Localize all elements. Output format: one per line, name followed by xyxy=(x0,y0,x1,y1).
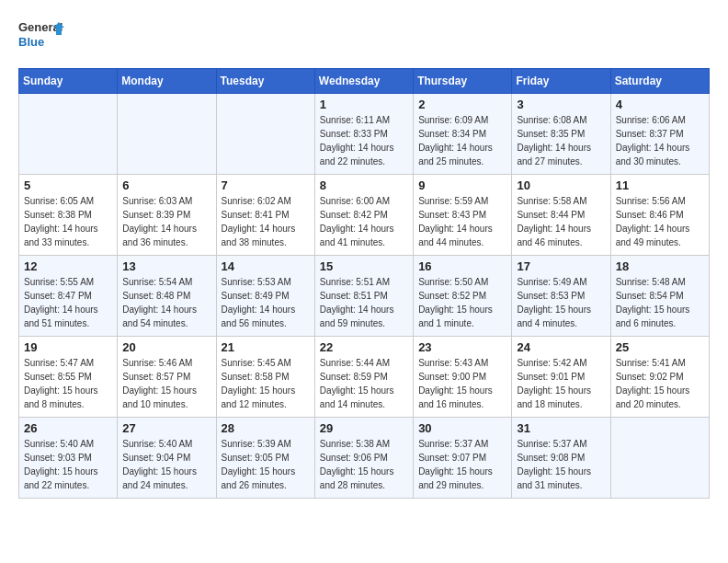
day-details: Sunrise: 5:49 AM Sunset: 8:53 PM Dayligh… xyxy=(517,275,605,330)
calendar-day-cell: 16Sunrise: 5:50 AM Sunset: 8:52 PM Dayli… xyxy=(414,256,512,337)
calendar-week-row: 1Sunrise: 6:11 AM Sunset: 8:33 PM Daylig… xyxy=(19,94,710,175)
svg-text:Blue: Blue xyxy=(18,35,44,49)
day-details: Sunrise: 5:55 AM Sunset: 8:47 PM Dayligh… xyxy=(24,275,112,330)
calendar-day-cell: 3Sunrise: 6:08 AM Sunset: 8:35 PM Daylig… xyxy=(512,94,610,175)
weekday-header-sunday: Sunday xyxy=(19,69,118,94)
calendar-day-cell: 6Sunrise: 6:03 AM Sunset: 8:39 PM Daylig… xyxy=(118,175,216,256)
calendar-day-cell: 15Sunrise: 5:51 AM Sunset: 8:51 PM Dayli… xyxy=(314,256,413,337)
day-number: 24 xyxy=(517,340,605,354)
day-number: 22 xyxy=(320,340,408,354)
calendar-table: SundayMondayTuesdayWednesdayThursdayFrid… xyxy=(18,68,710,499)
calendar-day-cell: 28Sunrise: 5:39 AM Sunset: 9:05 PM Dayli… xyxy=(216,418,314,499)
day-number: 25 xyxy=(616,340,704,354)
day-details: Sunrise: 5:50 AM Sunset: 8:52 PM Dayligh… xyxy=(418,275,506,330)
calendar-day-cell: 24Sunrise: 5:42 AM Sunset: 9:01 PM Dayli… xyxy=(512,337,610,418)
calendar-day-cell: 22Sunrise: 5:44 AM Sunset: 8:59 PM Dayli… xyxy=(314,337,413,418)
day-number: 6 xyxy=(122,178,210,192)
calendar-week-row: 5Sunrise: 6:05 AM Sunset: 8:38 PM Daylig… xyxy=(19,175,710,256)
calendar-empty-cell xyxy=(19,94,118,175)
calendar-day-cell: 17Sunrise: 5:49 AM Sunset: 8:53 PM Dayli… xyxy=(512,256,610,337)
day-number: 19 xyxy=(24,340,112,354)
day-number: 7 xyxy=(222,178,310,192)
day-details: Sunrise: 5:41 AM Sunset: 9:02 PM Dayligh… xyxy=(616,356,704,411)
day-details: Sunrise: 6:03 AM Sunset: 8:39 PM Dayligh… xyxy=(122,194,210,249)
weekday-header-friday: Friday xyxy=(512,69,610,94)
day-details: Sunrise: 5:40 AM Sunset: 9:04 PM Dayligh… xyxy=(122,437,210,492)
day-number: 12 xyxy=(24,259,112,273)
calendar-day-cell: 8Sunrise: 6:00 AM Sunset: 8:42 PM Daylig… xyxy=(314,175,413,256)
day-number: 3 xyxy=(517,98,605,111)
day-details: Sunrise: 6:11 AM Sunset: 8:33 PM Dayligh… xyxy=(320,113,408,168)
day-number: 11 xyxy=(616,178,704,192)
calendar-day-cell: 19Sunrise: 5:47 AM Sunset: 8:55 PM Dayli… xyxy=(19,337,118,418)
calendar-day-cell: 18Sunrise: 5:48 AM Sunset: 8:54 PM Dayli… xyxy=(610,256,709,337)
calendar-day-cell: 12Sunrise: 5:55 AM Sunset: 8:47 PM Dayli… xyxy=(19,256,118,337)
weekday-header-thursday: Thursday xyxy=(414,69,512,94)
weekday-header-tuesday: Tuesday xyxy=(216,69,314,94)
day-number: 26 xyxy=(24,421,112,435)
day-details: Sunrise: 5:51 AM Sunset: 8:51 PM Dayligh… xyxy=(320,275,408,330)
calendar-day-cell: 27Sunrise: 5:40 AM Sunset: 9:04 PM Dayli… xyxy=(118,418,216,499)
calendar-empty-cell xyxy=(216,94,314,175)
calendar-empty-cell xyxy=(610,418,709,499)
weekday-header-wednesday: Wednesday xyxy=(314,69,413,94)
day-details: Sunrise: 5:53 AM Sunset: 8:49 PM Dayligh… xyxy=(222,275,310,330)
day-details: Sunrise: 6:00 AM Sunset: 8:42 PM Dayligh… xyxy=(320,194,408,249)
logo: General Blue xyxy=(18,18,64,53)
calendar-day-cell: 10Sunrise: 5:58 AM Sunset: 8:44 PM Dayli… xyxy=(512,175,610,256)
day-number: 21 xyxy=(222,340,310,354)
day-number: 1 xyxy=(320,98,408,111)
day-number: 23 xyxy=(418,340,506,354)
day-number: 5 xyxy=(24,178,112,192)
calendar-day-cell: 7Sunrise: 6:02 AM Sunset: 8:41 PM Daylig… xyxy=(216,175,314,256)
day-details: Sunrise: 6:02 AM Sunset: 8:41 PM Dayligh… xyxy=(222,194,310,249)
day-number: 2 xyxy=(418,98,506,111)
day-details: Sunrise: 6:08 AM Sunset: 8:35 PM Dayligh… xyxy=(517,113,605,168)
calendar-day-cell: 23Sunrise: 5:43 AM Sunset: 9:00 PM Dayli… xyxy=(414,337,512,418)
day-details: Sunrise: 5:45 AM Sunset: 8:58 PM Dayligh… xyxy=(222,356,310,411)
day-details: Sunrise: 5:37 AM Sunset: 9:07 PM Dayligh… xyxy=(418,437,506,492)
day-number: 28 xyxy=(222,421,310,435)
weekday-header-row: SundayMondayTuesdayWednesdayThursdayFrid… xyxy=(19,69,710,94)
weekday-header-saturday: Saturday xyxy=(610,69,709,94)
calendar-week-row: 19Sunrise: 5:47 AM Sunset: 8:55 PM Dayli… xyxy=(19,337,710,418)
day-number: 4 xyxy=(616,98,704,111)
calendar-week-row: 12Sunrise: 5:55 AM Sunset: 8:47 PM Dayli… xyxy=(19,256,710,337)
day-details: Sunrise: 6:09 AM Sunset: 8:34 PM Dayligh… xyxy=(418,113,506,168)
calendar-day-cell: 11Sunrise: 5:56 AM Sunset: 8:46 PM Dayli… xyxy=(610,175,709,256)
day-number: 10 xyxy=(517,178,605,192)
day-number: 27 xyxy=(122,421,210,435)
calendar-week-row: 26Sunrise: 5:40 AM Sunset: 9:03 PM Dayli… xyxy=(19,418,710,499)
day-details: Sunrise: 5:44 AM Sunset: 8:59 PM Dayligh… xyxy=(320,356,408,411)
day-number: 31 xyxy=(517,421,605,435)
calendar-day-cell: 26Sunrise: 5:40 AM Sunset: 9:03 PM Dayli… xyxy=(19,418,118,499)
day-details: Sunrise: 5:58 AM Sunset: 8:44 PM Dayligh… xyxy=(517,194,605,249)
day-number: 14 xyxy=(222,259,310,273)
calendar-day-cell: 29Sunrise: 5:38 AM Sunset: 9:06 PM Dayli… xyxy=(314,418,413,499)
day-details: Sunrise: 5:59 AM Sunset: 8:43 PM Dayligh… xyxy=(418,194,506,249)
calendar-day-cell: 4Sunrise: 6:06 AM Sunset: 8:37 PM Daylig… xyxy=(610,94,709,175)
day-details: Sunrise: 5:54 AM Sunset: 8:48 PM Dayligh… xyxy=(122,275,210,330)
day-number: 16 xyxy=(418,259,506,273)
weekday-header-monday: Monday xyxy=(118,69,216,94)
logo-svg: General Blue xyxy=(18,18,64,53)
day-details: Sunrise: 5:37 AM Sunset: 9:08 PM Dayligh… xyxy=(517,437,605,492)
day-number: 15 xyxy=(320,259,408,273)
page-header: General Blue xyxy=(18,18,710,53)
day-number: 17 xyxy=(517,259,605,273)
calendar-day-cell: 5Sunrise: 6:05 AM Sunset: 8:38 PM Daylig… xyxy=(19,175,118,256)
day-details: Sunrise: 6:06 AM Sunset: 8:37 PM Dayligh… xyxy=(616,113,704,168)
calendar-day-cell: 31Sunrise: 5:37 AM Sunset: 9:08 PM Dayli… xyxy=(512,418,610,499)
calendar-day-cell: 1Sunrise: 6:11 AM Sunset: 8:33 PM Daylig… xyxy=(314,94,413,175)
day-number: 9 xyxy=(418,178,506,192)
day-details: Sunrise: 5:39 AM Sunset: 9:05 PM Dayligh… xyxy=(222,437,310,492)
day-details: Sunrise: 5:42 AM Sunset: 9:01 PM Dayligh… xyxy=(517,356,605,411)
calendar-day-cell: 2Sunrise: 6:09 AM Sunset: 8:34 PM Daylig… xyxy=(414,94,512,175)
calendar-day-cell: 21Sunrise: 5:45 AM Sunset: 8:58 PM Dayli… xyxy=(216,337,314,418)
day-details: Sunrise: 5:56 AM Sunset: 8:46 PM Dayligh… xyxy=(616,194,704,249)
day-details: Sunrise: 5:46 AM Sunset: 8:57 PM Dayligh… xyxy=(122,356,210,411)
day-details: Sunrise: 5:43 AM Sunset: 9:00 PM Dayligh… xyxy=(418,356,506,411)
day-details: Sunrise: 6:05 AM Sunset: 8:38 PM Dayligh… xyxy=(24,194,112,249)
day-number: 8 xyxy=(320,178,408,192)
day-number: 20 xyxy=(122,340,210,354)
